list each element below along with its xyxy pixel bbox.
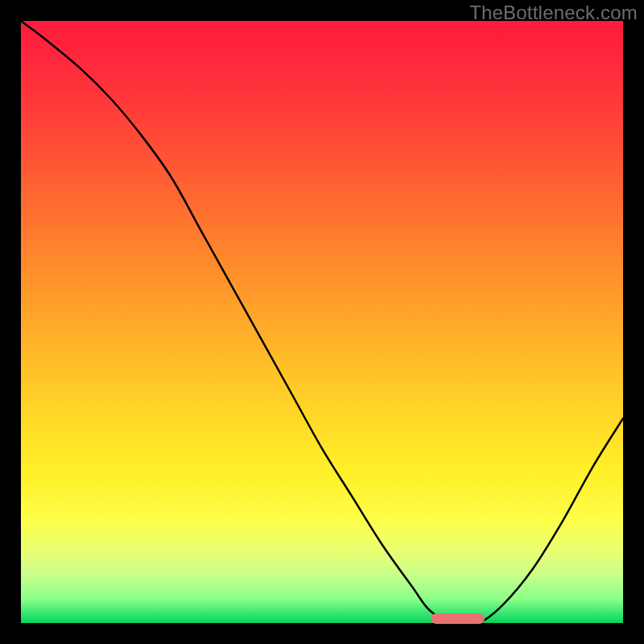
plot-area (21, 21, 623, 623)
bottleneck-curve (21, 21, 623, 623)
optimal-range-marker (431, 613, 485, 624)
chart-frame: TheBottleneck.com (0, 0, 644, 644)
